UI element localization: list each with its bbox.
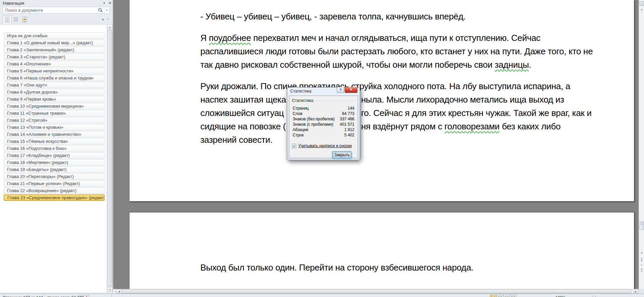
scroll-down-icon[interactable]: ▼ [639,251,644,255]
nav-item[interactable]: Глава 20 «Переговоры» (Редакт) [4,173,105,180]
nav-item[interactable]: Глава 18 «Мертвяки» (редакт) [4,159,105,166]
paragraph-line: Руки дрожали. По спине прокатилась струй… [200,80,627,93]
stat-label: Строк [293,133,304,137]
navigation-tabs [3,15,29,23]
outline-view-button[interactable] [503,295,510,297]
scroll-left-icon[interactable]: ◀ [116,289,121,293]
stat-value: 337 466 [340,117,354,121]
nav-item[interactable]: Глава 8 «Долгая дорога» [4,89,105,95]
previous-heading-icon[interactable]: ▲ [100,17,105,22]
dialog-title: Статистика [290,89,311,94]
dialog-titlebar-buttons: ? ✕ [337,87,357,93]
dialog-help-button[interactable]: ? [337,87,344,93]
status-divider [44,295,45,297]
pane-close-icon[interactable]: ✕ [107,1,112,5]
next-page-icon[interactable]: ▼▼ [639,268,644,273]
scroll-up-icon[interactable]: ▲ [639,7,644,12]
statistics-rows: Страниц144 Слов64 773 Знаков (без пробел… [293,106,354,138]
previous-page-icon[interactable]: ▲▲ [639,257,644,262]
nav-item[interactable]: Глава 7 «Они идут» [4,82,105,88]
stat-value: 401 571 [340,122,354,127]
text-run: ня вздёрнут рядом с головорезами без как… [361,120,561,133]
statistics-group-label: Статистика: [292,98,314,103]
nav-item-selected[interactable]: Глава 23 «Средневековое правосудие» (ред… [4,194,105,201]
status-divider [111,295,112,297]
navigation-scrollbar[interactable]: ▲ ▼ [107,24,112,292]
search-input[interactable] [3,7,97,13]
next-heading-icon[interactable]: ▼ [105,17,110,22]
web-layout-view-button[interactable] [497,295,503,297]
nav-item[interactable]: Глава 13 «Потом и кровью» [4,124,105,130]
checkbox-checked-icon[interactable]: ✓ [292,144,296,148]
text-run: ныла. Мысли лихорадочно метались ища вых… [361,93,564,106]
tab-browse-pages[interactable] [11,15,20,23]
nav-item[interactable]: Игра не для слабых [4,33,105,39]
dialog-close-button[interactable]: ✕ [345,87,357,93]
text-run: Я [200,33,209,43]
word-count-indicator[interactable]: Число слов: 64 773 [48,295,84,297]
nav-item[interactable]: Глава 5 «Первые неприятности» [4,68,105,74]
search-results-icon [22,17,27,22]
select-browse-object-icon[interactable]: ○ [639,263,644,268]
close-button[interactable]: Закрыть [332,152,352,159]
nav-item[interactable]: Глава 21 «Первые успехи» (Редакт) [4,180,105,187]
headings-list: Игра не для слабых Глава 1 «О дивный нов… [0,24,107,292]
nav-item[interactable]: Глава 3 «Староста» (редакт) [4,54,105,60]
nav-item[interactable]: Глава 2 «Заключенный» (редакт) [4,47,105,53]
stat-label: Знаков (без пробелов) [293,117,335,121]
text-run: наспех зашитая щека [200,95,286,105]
zoom-slider-handle[interactable] [592,296,596,297]
navigation-scrollbar-thumb[interactable] [107,30,112,287]
search-options-dropdown-icon[interactable]: ▾ [104,9,109,12]
page1-text: - Убивец – убивец – убивец, - заревела т… [200,10,627,147]
document-page-2[interactable]: Выход был только один. Перейти на сторон… [129,212,634,289]
page-indicator[interactable]: Страница: 137 из 144 [3,295,43,297]
group-divider [316,101,355,101]
nav-item[interactable]: Глава 12 «Стригой» [4,117,105,123]
tab-browse-headings[interactable] [3,15,11,23]
text-run-grammar-flag: поудобнее [209,33,251,43]
tab-browse-results[interactable] [20,15,29,23]
scroll-right-icon[interactable]: ▶ [633,289,638,293]
zoom-level[interactable]: 100% [555,295,566,297]
horizontal-scrollbar[interactable]: ◀ ▶ [116,289,639,294]
status-bar: Страница: 137 из 144 Число слов: 64 773 … [0,294,644,297]
status-divider [81,295,82,297]
vertical-scrollbar[interactable]: ▲ ▼ ▲▲ ○ ▼▼ [639,0,644,289]
navigation-pane-header: Навигация ▾ ✕ [0,0,112,6]
nav-item[interactable]: Глава 6 «Наша служба и опасна и трудна» [4,75,105,81]
horizontal-scrollbar-thumb[interactable] [122,289,632,293]
nav-item[interactable]: Глава 14 «Алхимия и травничество» [4,131,105,137]
proofing-error-icon[interactable]: ✗ [84,295,89,297]
nav-item[interactable]: Глава 10 «Средневековая медицина» [4,103,105,109]
statistics-dialog: Статистика ? ✕ Статистика: Страниц144 Сл… [287,87,360,160]
vertical-scrollbar-thumb[interactable] [639,221,644,230]
text-run: ня вздёрнут рядом с [361,121,444,131]
draft-view-button[interactable] [510,295,516,297]
nav-item[interactable]: Глава 17 «Кладбище» (редакт) [4,152,105,159]
nav-item[interactable]: Глава 15 «Тёмные искусства» [4,138,105,144]
text-run: перехватил меч и начал оглядываться, ища… [251,33,540,43]
word-window: { "navigation_pane": { "title": "Навигац… [0,0,644,297]
text-run: так давно рисковал собственной шкурой, ч… [200,60,495,70]
ruler-toggle-icon[interactable] [640,1,644,6]
nav-item[interactable]: Глава 4 «Ополчение» [4,61,105,67]
scroll-down-icon[interactable]: ▼ [107,287,112,292]
nav-item[interactable]: Глава 9 «Первая кровь» [4,96,105,102]
scroll-up-icon[interactable]: ▲ [107,24,112,29]
text-run: сложившейся ситуац [200,108,284,118]
search-icon[interactable] [97,7,104,13]
print-layout-view-button[interactable] [490,295,496,297]
nav-item[interactable]: Глава 22 «Возвращение» (редакт) [4,187,105,194]
nav-item[interactable]: Глава 1 «О дивный новый мир...» (редакт) [4,40,105,46]
checkbox-label[interactable]: Учитывать надписи и сноски [298,143,352,148]
document-page-1[interactable]: - Убивец – убивец – убивец, - заревела т… [129,0,634,201]
nav-item[interactable]: Глава 19 «Бандиты» (редакт) [4,166,105,173]
pane-options-dropdown-icon[interactable]: ▾ [102,1,107,5]
stat-label: Страниц [293,106,309,111]
text-run: сидящие на повозке ( [200,121,286,131]
paragraph-line: распалившиеся люди готовы были растерзат… [200,45,627,58]
nav-item[interactable]: Глава 11 «Странные травки» [4,110,105,116]
document-search-box[interactable]: ▾ [3,7,110,14]
nav-item[interactable]: Глава 16 «Подготовка к бою» [4,145,105,152]
